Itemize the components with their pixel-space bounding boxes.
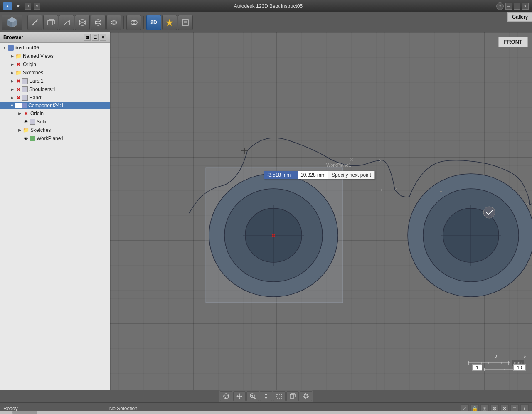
tree-item-c24-workplane[interactable]: 👁 WorkPlane1 [0,134,110,143]
titlebar: A ▼ ↺ ↻ Autodesk 123D Beta instruct05 ? … [0,0,532,12]
eye-icon-workplane: 👁 [22,135,29,142]
tree-arrow-ears: ▶ [9,78,15,84]
svg-marker-21 [166,19,173,26]
origin-icon: ✖ [15,61,22,68]
svg-rect-22 [182,20,188,25]
tree-item-ears[interactable]: ▶ ✖ Ears:1 [0,77,110,85]
svg-point-16 [95,21,101,24]
menu-file[interactable]: ▼ [14,3,22,10]
tree-label-c24-sketches: Sketches [30,127,51,133]
tree-label-c24-workplane: WorkPlane1 [37,136,64,141]
eye-icon-solid: 👁 [22,118,29,125]
svg-point-60 [483,207,495,218]
grid-canvas [110,32,532,390]
browser-settings-icon[interactable]: ☰ [92,34,99,41]
tree-item-shoulders[interactable]: ▶ ✖ Shoulders:1 [0,85,110,94]
toolbar-redo[interactable]: ↻ [34,3,40,10]
scale-end: 6 [523,354,526,359]
dim-value-2: 10.328 mm [298,171,328,179]
tree-arrow-c24-workplane [17,136,22,141]
component-box-shoulders [22,86,28,92]
svg-line-4 [32,20,38,25]
tree-item-root[interactable]: ▼ instruct05 [0,44,110,52]
component-icon-hand: ✖ [15,94,22,101]
dim-input-1[interactable] [264,171,298,179]
tree-item-c24-sketches[interactable]: ▶ 📁 Sketches [0,126,110,134]
boolean-tool-button[interactable] [126,15,141,30]
tree-arrow-sketches: ▶ [9,70,15,76]
tree-label-shoulders: Shoulders:1 [29,86,56,92]
solid-box-icon [30,119,35,125]
tree-arrow-hand: ▶ [9,95,15,101]
tree-label-root: instruct05 [15,45,39,51]
toolbar: 2D [0,12,532,32]
line-tool-button[interactable] [27,15,42,30]
tree-item-sketches[interactable]: ▶ 📁 Sketches [0,69,110,77]
browser-header: Browser ⊞ ☰ ✕ [0,32,110,43]
box-tool-button[interactable] [43,15,58,30]
tree-item-named-views[interactable]: ▶ 📁 Named Views [0,52,110,60]
origin-icon-c24: ✖ [22,110,29,117]
pan-tool-button[interactable] [233,391,246,401]
browser-close-icon[interactable]: ✕ [100,34,106,41]
tree-label-c24-origin: Origin [30,111,44,116]
tree-label-named-views: Named Views [23,53,54,59]
browser-title: Browser [3,34,23,40]
tree-item-c24-origin[interactable]: ▶ ✖ Origin [0,109,110,118]
2d-view-button[interactable]: 2D [146,15,161,30]
svg-point-18 [113,22,115,23]
maximize-button[interactable]: □ [514,3,520,10]
tree-arrow-c24-sketches: ▶ [17,127,22,133]
settings-tool-button[interactable] [300,391,312,401]
page-number: 1 [472,364,482,371]
sketch-tool-button[interactable] [178,15,193,30]
minimize-button[interactable]: ─ [505,3,512,10]
help-icon[interactable]: ? [496,2,504,10]
workplane-icon [30,136,35,141]
move-tool-button[interactable] [260,391,272,401]
toolbar-undo[interactable]: ↺ [25,3,31,10]
home-view-button[interactable] [2,15,22,30]
sphere-tool-button[interactable] [91,15,106,30]
svg-point-15 [95,20,101,25]
tree-arrow-component24: ▼ [9,103,15,108]
cylinder-tool-button[interactable] [75,15,90,30]
rectangle-select-button[interactable] [273,391,286,401]
viewport[interactable]: WorkPlane1 10.328 mm Specify next point … [110,32,532,390]
browser-view-icon[interactable]: ⊞ [84,34,91,41]
tree-label-sketches: Sketches [23,70,43,76]
tree-arrow-origin: ▶ [9,62,15,67]
wedge-tool-button[interactable] [59,15,74,30]
svg-point-76 [224,395,229,397]
dimension-box[interactable]: 10.328 mm Specify next point [264,171,375,179]
svg-point-17 [111,21,117,24]
toolbar-separator-1 [25,16,25,29]
component-icon [7,44,14,51]
svg-rect-83 [290,395,294,398]
gallery-tab[interactable]: Gallery [507,12,532,22]
svg-line-79 [254,397,256,399]
tree-arrow-c24-origin: ▶ [17,111,22,116]
torus-tool-button[interactable] [106,15,121,30]
tree-item-origin[interactable]: ▶ ✖ Origin [0,60,110,69]
tree-item-c24-solid[interactable]: 👁 Solid [0,118,110,126]
browser-panel: Browser ⊞ ☰ ✕ ▼ instruct05 ▶ 📁 Named Vie [0,32,110,390]
tree-item-component24[interactable]: ▼ Component24:1 [0,102,110,109]
orbit-tool-button[interactable] [220,391,232,401]
scale-start: 0 [495,354,497,359]
component-box-hand [22,95,28,101]
view-label: FRONT [498,37,528,47]
tree-label-c24-solid: Solid [37,119,48,125]
zoom-window-button[interactable] [246,391,259,401]
toolbar-separator-2 [123,16,124,29]
main-area: Browser ⊞ ☰ ✕ ▼ instruct05 ▶ 📁 Named Vie [0,32,532,390]
folder-icon: 📁 [15,53,22,59]
folder-icon-sketches: 📁 [15,69,22,76]
component-icon-shoulders: ✖ [15,86,22,93]
app-icon: A [3,2,12,10]
close-button[interactable]: ✕ [522,3,529,10]
svg-marker-10 [64,20,69,25]
star-tool-button[interactable] [162,15,177,30]
view-cube-button[interactable] [286,391,299,401]
tree-item-hand[interactable]: ▶ ✖ Hand:1 [0,94,110,102]
